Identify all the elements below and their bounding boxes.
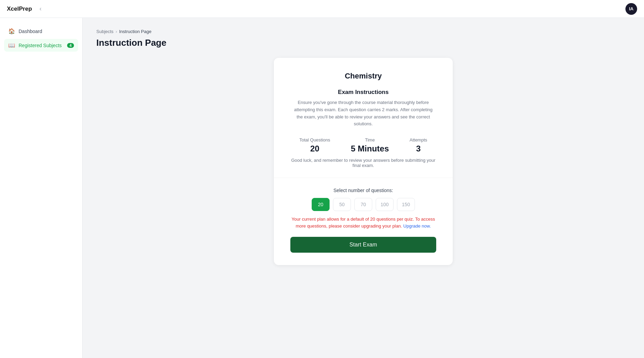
q-option-20[interactable]: 20	[312, 198, 330, 211]
page-title: Instruction Page	[96, 38, 630, 48]
breadcrumb-separator: ›	[116, 29, 117, 34]
stat-total-questions: Total Questions 20	[299, 137, 330, 154]
stat-attempts: Attempts 3	[410, 137, 427, 154]
start-exam-button[interactable]: Start Exam	[290, 237, 436, 253]
stat-total-questions-value: 20	[299, 144, 330, 154]
question-options: 20 50 70 100 150	[290, 198, 436, 211]
sidebar: 🏠 Dashboard 📖 Registered Subjects 4	[0, 18, 83, 358]
topnav-left: XcelPrep ‹	[7, 4, 44, 14]
breadcrumb-current: Instruction Page	[119, 29, 151, 34]
card-divider	[274, 178, 453, 178]
stats-row: Total Questions 20 Time 5 Minutes Attemp…	[290, 137, 436, 154]
breadcrumb: Subjects › Instruction Page	[96, 29, 630, 34]
stat-attempts-value: 3	[410, 144, 427, 154]
q-option-70[interactable]: 70	[354, 198, 372, 211]
book-icon: 📖	[8, 42, 15, 49]
stat-total-questions-label: Total Questions	[299, 137, 330, 143]
sidebar-registered-subjects-label: Registered Subjects	[19, 43, 64, 48]
stat-time: Time 5 Minutes	[351, 137, 389, 154]
home-icon: 🏠	[8, 28, 15, 34]
q-option-100[interactable]: 100	[376, 198, 394, 211]
instruction-card: Chemistry Exam Instructions Ensure you'v…	[274, 58, 453, 265]
q-option-150[interactable]: 150	[397, 198, 415, 211]
brand-logo: XcelPrep	[7, 6, 32, 12]
upgrade-link[interactable]: Upgrade now.	[403, 223, 431, 229]
sidebar-item-dashboard[interactable]: 🏠 Dashboard	[4, 25, 78, 38]
main-content: Subjects › Instruction Page Instruction …	[83, 18, 644, 358]
exam-instructions-text: Ensure you've gone through the course ma…	[290, 99, 436, 128]
upgrade-notice: Your current plan allows for a default o…	[290, 216, 436, 229]
topnav: XcelPrep ‹ IA	[0, 0, 644, 18]
registered-subjects-badge: 4	[67, 43, 74, 48]
avatar[interactable]: IA	[625, 3, 637, 15]
stat-time-label: Time	[351, 137, 389, 143]
good-luck-text: Good luck, and remember to review your a…	[290, 158, 436, 168]
q-option-50[interactable]: 50	[333, 198, 351, 211]
exam-instructions-title: Exam Instructions	[290, 89, 436, 96]
breadcrumb-subjects[interactable]: Subjects	[96, 29, 114, 34]
back-button[interactable]: ‹	[37, 4, 44, 14]
subject-title: Chemistry	[290, 72, 436, 81]
stat-time-value: 5 Minutes	[351, 144, 389, 154]
sidebar-item-registered-subjects[interactable]: 📖 Registered Subjects 4	[4, 39, 78, 52]
stat-attempts-label: Attempts	[410, 137, 427, 143]
select-questions-label: Select number of questions:	[290, 188, 436, 193]
sidebar-dashboard-label: Dashboard	[19, 29, 74, 34]
